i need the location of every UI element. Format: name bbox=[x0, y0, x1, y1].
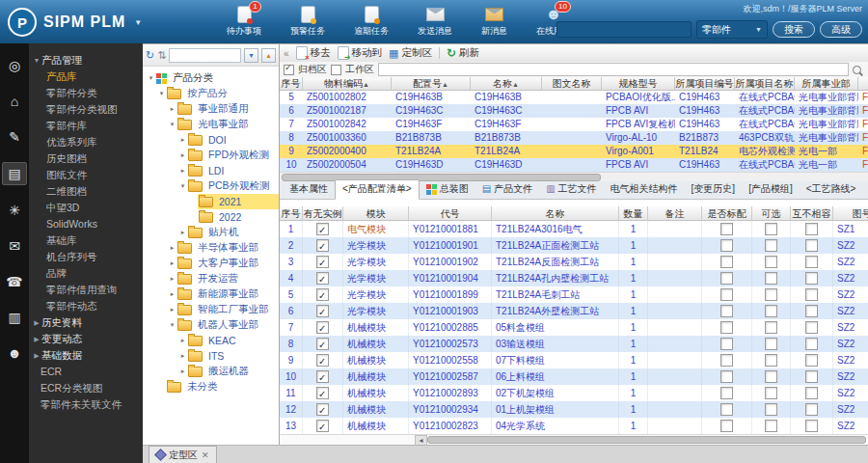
tree-node-KEAC[interactable]: ▸KEAC bbox=[143, 333, 279, 348]
column-header-数量[interactable]: 数量 bbox=[619, 206, 648, 221]
expander-arrow-icon[interactable]: ▸ bbox=[178, 229, 187, 236]
option-checkbox[interactable] bbox=[765, 420, 777, 432]
expander-arrow-icon[interactable]: ▸ bbox=[168, 275, 176, 283]
tab-总装图[interactable]: 总装图 bbox=[420, 180, 475, 199]
tab-变更历史[interactable]: [变更历史] bbox=[685, 180, 743, 199]
tree-node-未分类[interactable]: 未分类 bbox=[143, 379, 279, 395]
sidebar-item-零部件分类[interactable]: 零部件分类 bbox=[29, 85, 143, 101]
expander-arrow-icon[interactable]: ▸ bbox=[178, 352, 187, 360]
column-header-物料编码[interactable]: 物料编码▲ bbox=[303, 77, 392, 91]
option-checkbox[interactable] bbox=[720, 305, 733, 317]
table-row[interactable]: 6光学模块Y01210001903T21LB24A外壁检测工站1SZ2 bbox=[280, 303, 868, 319]
kpi-search-icon[interactable]: ◎ bbox=[3, 55, 26, 76]
tree-node-机器人事业部[interactable]: ▾机器人事业部 bbox=[143, 317, 279, 333]
collapse-panel-icon[interactable]: « bbox=[284, 48, 289, 59]
top-tool-alert-tasks[interactable]: 预警任务 bbox=[290, 6, 325, 38]
footer-tab-custom-area[interactable]: 定型区 ✕ bbox=[149, 446, 217, 463]
tree-node-光电事业部[interactable]: ▾光电事业部 bbox=[143, 117, 279, 132]
tree-node-FPD外观检测[interactable]: ▸FPD外观检测 bbox=[143, 148, 279, 163]
tree-node-LDI[interactable]: ▸LDI bbox=[143, 163, 279, 178]
option-checkbox[interactable] bbox=[765, 403, 777, 416]
option-checkbox[interactable] bbox=[765, 321, 777, 334]
option-checkbox[interactable] bbox=[720, 387, 733, 399]
sidebar-item-零部件分类视图[interactable]: 零部件分类视图 bbox=[29, 101, 143, 118]
tree-node-DOI[interactable]: ▸DOI bbox=[143, 132, 279, 148]
tree-node-半导体事业部[interactable]: ▸半导体事业部 bbox=[143, 240, 279, 256]
tree-filter-input[interactable] bbox=[169, 48, 241, 63]
toolbar-button-refresh[interactable]: ↻刷新 bbox=[447, 45, 479, 61]
table-row[interactable]: 6Z5001002187C19H463CC19H463CFPCB AVIC19H… bbox=[280, 104, 868, 118]
tab-基本属性[interactable]: 基本属性 bbox=[283, 180, 335, 199]
search-icon[interactable] bbox=[853, 66, 861, 74]
table-row[interactable]: 8Z5001003360B21B873BB21B873BVirgo-AL-10B… bbox=[280, 131, 868, 145]
sidebar-item-零部件借用查询[interactable]: 零部件借用查询 bbox=[29, 282, 143, 298]
option-checkbox[interactable] bbox=[720, 338, 733, 350]
expander-arrow-icon[interactable]: ▾ bbox=[168, 121, 176, 128]
app-logo[interactable]: P SIPM PLM ▼ bbox=[8, 8, 142, 37]
tab-工艺文件[interactable]: ▥工艺文件 bbox=[539, 180, 603, 199]
column-header-图文名称[interactable]: 图文名称 bbox=[542, 77, 602, 91]
option-checkbox[interactable] bbox=[765, 288, 777, 301]
expander-arrow-icon[interactable]: ▸ bbox=[178, 337, 187, 344]
option-checkbox[interactable] bbox=[805, 354, 818, 367]
instance-checkbox[interactable] bbox=[316, 387, 329, 399]
column-header-名称[interactable]: 名称 bbox=[492, 206, 619, 221]
column-header-extra[interactable] bbox=[858, 77, 868, 91]
table-row[interactable]: 2光学模块Y01210001901T21LB24A正面检测工站1SZ2 bbox=[280, 237, 868, 254]
sidebar-item-SolidWorks[interactable]: SolidWorks bbox=[29, 216, 143, 232]
home-icon[interactable]: ⌂ bbox=[3, 91, 26, 112]
option-checkbox[interactable] bbox=[720, 321, 733, 334]
column-header-有无实例[interactable]: 有无实例 bbox=[303, 206, 343, 221]
toolbar-button-custom-area[interactable]: ▦定制区 bbox=[389, 45, 432, 61]
expander-arrow-icon[interactable]: ▸ bbox=[178, 136, 187, 144]
user-icon[interactable]: ☻ bbox=[3, 342, 26, 364]
top-tool-overdue-tasks[interactable]: 逾期任务 bbox=[354, 6, 389, 38]
tab-电气相关结构件[interactable]: 电气相关结构件 bbox=[604, 180, 685, 199]
sidebar-item-零部件未关联文件[interactable]: 零部件未关联文件 bbox=[29, 396, 143, 413]
instance-checkbox[interactable] bbox=[316, 288, 329, 301]
tree-node-事业部通用[interactable]: ▸事业部通用 bbox=[143, 101, 279, 117]
column-header-是否标配[interactable]: 是否标配 bbox=[702, 206, 752, 221]
column-header-所属事业部[interactable]: 所属事业部 bbox=[795, 77, 858, 91]
sidebar-item-ECR分类视图[interactable]: ECR分类视图 bbox=[29, 380, 143, 396]
table-row[interactable]: 7Z5001002842C19H463FC19H463FFPCB AVI复检机C… bbox=[280, 118, 868, 131]
spinner-icon[interactable]: ✳ bbox=[3, 200, 26, 221]
work-area-checkbox[interactable] bbox=[331, 65, 341, 75]
column-header-配置号[interactable]: 配置号▲ bbox=[392, 77, 471, 91]
option-checkbox[interactable] bbox=[805, 256, 818, 268]
support-icon[interactable]: ☎ bbox=[3, 271, 26, 292]
search-button[interactable]: 搜索 bbox=[773, 21, 815, 38]
option-checkbox[interactable] bbox=[805, 338, 818, 350]
option-checkbox[interactable] bbox=[720, 288, 733, 301]
chevron-down-icon[interactable]: ▼ bbox=[134, 18, 142, 27]
database-icon[interactable]: ▤ bbox=[2, 162, 27, 185]
column-header-名称[interactable]: 名称▲ bbox=[471, 77, 542, 91]
option-checkbox[interactable] bbox=[805, 239, 818, 252]
expander-arrow-icon[interactable]: ▾ bbox=[147, 74, 155, 82]
tree-node-按产品分[interactable]: ▾按产品分 bbox=[143, 86, 279, 101]
expander-arrow-icon[interactable]: ▸ bbox=[178, 368, 187, 375]
toolbar-button-remove[interactable]: ×移去 bbox=[296, 45, 331, 61]
option-checkbox[interactable] bbox=[805, 223, 818, 235]
table-row[interactable]: 1电气模块Y01210001881T21LB24A3016电气1SZ1 bbox=[280, 221, 868, 237]
option-checkbox[interactable] bbox=[765, 370, 777, 383]
tree-node-大客户事业部[interactable]: ▸大客户事业部 bbox=[143, 256, 279, 271]
option-checkbox[interactable] bbox=[765, 223, 777, 235]
sidebar-item-历史资料[interactable]: ▶历史资料 bbox=[29, 314, 143, 331]
option-checkbox[interactable] bbox=[765, 354, 777, 367]
option-checkbox[interactable] bbox=[720, 223, 733, 235]
sidebar-item-基础数据[interactable]: ▶基础数据 bbox=[29, 347, 143, 364]
instance-checkbox[interactable] bbox=[316, 239, 329, 252]
instance-checkbox[interactable] bbox=[316, 420, 329, 432]
grid-filter-input[interactable] bbox=[378, 63, 849, 76]
top-tool-new-message[interactable]: 新消息 bbox=[481, 6, 507, 38]
tree-node-产品分类[interactable]: ▾产品分类 bbox=[143, 70, 279, 86]
tree-collapse-button[interactable]: ▴ bbox=[261, 48, 276, 63]
option-checkbox[interactable] bbox=[805, 272, 818, 285]
expander-arrow-icon[interactable]: ▾ bbox=[157, 90, 166, 97]
sidebar-item-零部件库[interactable]: 零部件库 bbox=[29, 118, 143, 134]
table-row[interactable]: 10Z5002000504C19H463DC19H463DFPCB AVIC19… bbox=[280, 158, 868, 172]
search-category-select[interactable]: 零部件 ▼ bbox=[696, 20, 768, 39]
sidebar-item-品牌[interactable]: 品牌 bbox=[29, 265, 143, 282]
option-checkbox[interactable] bbox=[720, 370, 733, 383]
